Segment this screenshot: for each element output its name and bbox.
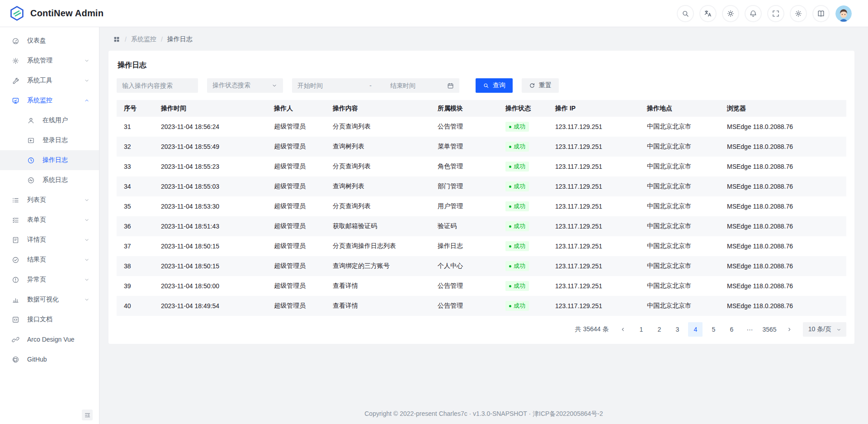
file-icon: [12, 236, 19, 244]
table-row: 342023-11-04 18:55:03超级管理员查询树列表部门管理成功123…: [117, 176, 846, 196]
cell-content: 查看详情: [326, 296, 430, 316]
sidebar-item-system-tools[interactable]: 系统工具: [0, 71, 99, 91]
status-text: 成功: [514, 162, 525, 171]
sidebar-item-form-page[interactable]: 表单页: [0, 210, 99, 230]
reset-button[interactable]: 重置: [522, 78, 559, 93]
status-dot-icon: [509, 186, 511, 188]
end-time-input[interactable]: [390, 82, 443, 89]
cell-location: 中国北京北京市: [640, 157, 720, 176]
pagination-total: 共 35644 条: [575, 325, 609, 333]
pagination-next-button[interactable]: [782, 322, 797, 337]
sidebar-item-arco-design-vue[interactable]: Arco Design Vue: [0, 329, 99, 349]
sidebar-item-login-log[interactable]: 登录日志: [0, 130, 99, 150]
settings-button[interactable]: [790, 5, 807, 22]
cell-location: 中国北京北京市: [640, 176, 720, 196]
cell-id: 35: [117, 196, 154, 216]
column-header: 操作时间: [154, 100, 267, 117]
pagination-page-4[interactable]: 4: [688, 322, 703, 337]
pagination-prev-button[interactable]: [616, 322, 630, 337]
table-row: 372023-11-04 18:50:15超级管理员分页查询操作日志列表操作日志…: [117, 236, 846, 256]
chevron-down-icon: [84, 237, 90, 243]
cell-user: 超级管理员: [267, 276, 326, 296]
cell-module: 公告管理: [430, 296, 498, 316]
breadcrumb-separator: /: [161, 36, 163, 43]
list-icon: [12, 196, 19, 204]
theme-button[interactable]: [722, 5, 739, 22]
sidebar-item-system-monitor[interactable]: 系统监控: [0, 91, 99, 110]
pagination-page-5[interactable]: 5: [706, 322, 721, 337]
cell-status: 成功: [498, 196, 548, 216]
sidebar-item-data-visualization[interactable]: 数据可视化: [0, 290, 99, 310]
search-icon: [483, 82, 489, 89]
page-title: 操作日志: [118, 61, 846, 70]
content-search-input[interactable]: [117, 78, 198, 93]
pagination-page-6[interactable]: 6: [724, 322, 739, 337]
sidebar-item-online-user[interactable]: 在线用户: [0, 110, 99, 130]
check-circle-icon: [12, 256, 19, 264]
status-text: 成功: [514, 302, 525, 310]
column-header: 操作状态: [498, 100, 548, 117]
page-size-select[interactable]: 10 条/页: [803, 322, 846, 337]
status-select[interactable]: 操作状态搜索: [207, 78, 283, 93]
table-row: 312023-11-04 18:56:24超级管理员分页查询列表公告管理成功12…: [117, 117, 846, 137]
cell-browser: MSEdge 118.0.2088.76: [720, 157, 846, 176]
user-avatar[interactable]: [835, 5, 852, 22]
sidebar-collapse-button[interactable]: [82, 410, 93, 420]
sidebar-item-api-doc[interactable]: 接口文档: [0, 310, 99, 329]
cell-content: 分页查询操作日志列表: [326, 236, 430, 256]
chevron-down-icon: [84, 77, 90, 84]
sidebar-item-label: 数据可视化: [27, 295, 59, 304]
date-range-picker[interactable]: -: [292, 78, 459, 93]
sidebar-item-operation-log[interactable]: 操作日志: [0, 150, 99, 170]
cell-content: 分页查询列表: [326, 157, 430, 176]
sidebar-item-result-page[interactable]: 结果页: [0, 250, 99, 270]
sidebar-item-list-page[interactable]: 列表页: [0, 190, 99, 210]
copyright-footer: Copyright © 2022-present Charles7c · v1.…: [99, 405, 868, 424]
cell-time: 2023-11-04 18:53:30: [154, 196, 267, 216]
sidebar-item-dashboard[interactable]: 仪表盘: [0, 31, 99, 51]
status-dot-icon: [509, 205, 511, 208]
search-button[interactable]: [677, 5, 693, 22]
pagination-page-3565[interactable]: 3565: [760, 322, 778, 337]
pagination-page-1[interactable]: 1: [634, 322, 648, 337]
cell-browser: MSEdge 118.0.2088.76: [720, 296, 846, 316]
pagination-page-2[interactable]: 2: [652, 322, 666, 337]
time-circle-icon: [27, 157, 35, 164]
apps-grid-icon[interactable]: [113, 36, 120, 43]
status-badge: 成功: [505, 261, 529, 271]
docs-button[interactable]: [813, 5, 829, 22]
status-dot-icon: [509, 225, 511, 228]
search-button[interactable]: 查询: [476, 78, 513, 93]
status-text: 成功: [514, 262, 525, 270]
cell-browser: MSEdge 118.0.2088.76: [720, 196, 846, 216]
cell-location: 中国北京北京市: [640, 296, 720, 316]
code-doc-icon: [12, 316, 19, 324]
sidebar-item-github[interactable]: GitHub: [0, 349, 99, 369]
sidebar-item-system-management[interactable]: 系统管理: [0, 51, 99, 71]
breadcrumb-item-system-monitor[interactable]: 系统监控: [131, 35, 156, 43]
notification-button[interactable]: [745, 5, 761, 22]
bell-icon: [749, 10, 757, 18]
status-text: 成功: [514, 182, 525, 191]
cell-ip: 123.117.129.251: [548, 256, 640, 276]
sidebar-item-label: 列表页: [27, 196, 46, 204]
reset-button-label: 重置: [539, 81, 552, 90]
gear-icon: [794, 10, 802, 18]
sidebar-item-label: Arco Design Vue: [27, 336, 75, 343]
sidebar-item-label: 异常页: [27, 276, 46, 284]
sidebar-item-detail-page[interactable]: 详情页: [0, 230, 99, 250]
start-time-input[interactable]: [297, 82, 351, 89]
translate-button[interactable]: [700, 5, 716, 22]
status-dot-icon: [509, 245, 511, 248]
brand[interactable]: ContiNew Admin: [9, 5, 104, 21]
cell-browser: MSEdge 118.0.2088.76: [720, 117, 846, 137]
sidebar-item-system-log[interactable]: 系统日志: [0, 170, 99, 190]
fullscreen-button[interactable]: [768, 5, 784, 22]
pagination-ellipsis[interactable]: ···: [742, 322, 757, 337]
cell-location: 中国北京北京市: [640, 196, 720, 216]
sidebar-item-label: 结果页: [27, 256, 46, 264]
sidebar-item-exception-page[interactable]: 异常页: [0, 270, 99, 290]
cell-module: 公告管理: [430, 276, 498, 296]
pagination-page-3[interactable]: 3: [670, 322, 684, 337]
cell-status: 成功: [498, 296, 548, 316]
